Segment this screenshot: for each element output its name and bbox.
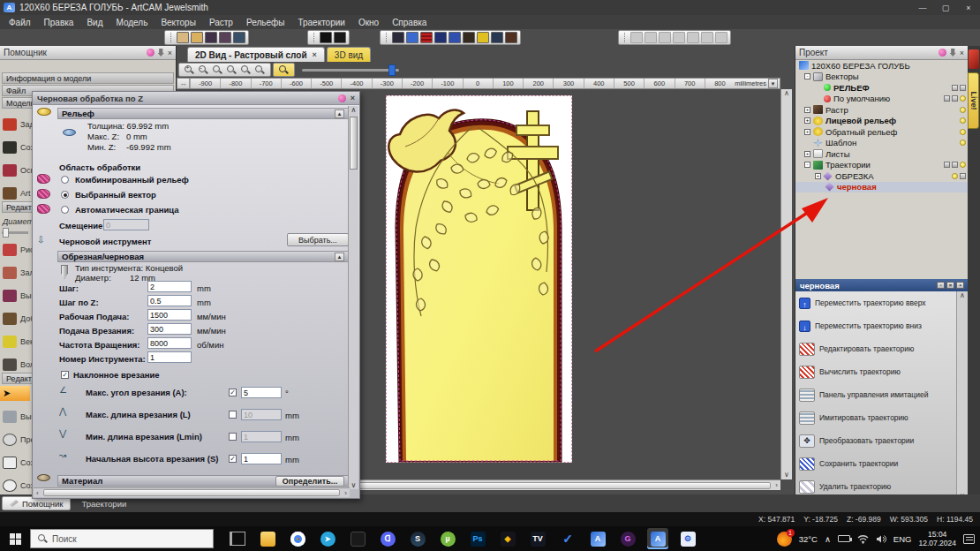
lock-icon[interactable] (944, 95, 950, 102)
taskbar-tradingview[interactable]: TV (527, 528, 548, 549)
tree-sheets[interactable]: + Листы (795, 148, 969, 160)
menu-view[interactable]: Вид (87, 18, 102, 27)
tree-roughing-toolpath-selected[interactable]: черновая (795, 182, 969, 193)
panel-flower-icon[interactable] (147, 49, 155, 57)
radio-selected-vector-label[interactable]: Выбранный вектор (75, 190, 156, 200)
language-indicator[interactable]: ENG (893, 534, 912, 544)
section-model-info[interactable]: Информация о модели (2, 72, 174, 84)
tool-sub-header[interactable]: Обрезная/черновая▲ (57, 251, 349, 262)
cmd-move-toolpath-down[interactable]: ↓ Переместить траекторию вниз (795, 314, 957, 337)
zoom-previous-icon[interactable] (212, 64, 223, 76)
toolbar-icon[interactable] (334, 32, 346, 43)
taskbar-blue-tool-app[interactable]: ⚙ (677, 528, 698, 549)
ramp-minlen-input[interactable] (241, 431, 282, 442)
material-section-header[interactable]: Материал Определить... (57, 475, 349, 487)
menu-raster[interactable]: Растр (209, 18, 233, 27)
bulb-icon[interactable] (960, 129, 966, 135)
tree-raster[interactable]: + Растр (795, 104, 969, 116)
wifi-icon[interactable] (857, 534, 869, 544)
menu-toolpaths[interactable]: Траектории (298, 18, 344, 27)
close-icon[interactable]: × (168, 49, 172, 57)
dialog-close-icon[interactable]: × (351, 94, 355, 102)
tree-default-vector[interactable]: По умолчанию (795, 94, 969, 105)
expand-node-icon[interactable]: + (815, 173, 821, 179)
tray-expand-icon[interactable]: ∧ (825, 534, 831, 544)
menu-file[interactable]: Файл (9, 18, 31, 27)
radio-combined-label[interactable]: Комбинированный рельеф (75, 175, 189, 185)
tab-2d-view[interactable]: 2D Вид - Растровый слой × (187, 47, 325, 62)
taskbar-artcam-active[interactable]: A (647, 528, 668, 549)
edit-icon[interactable] (952, 95, 958, 102)
toolbar-icon[interactable] (449, 32, 461, 43)
diameter-slider[interactable] (2, 231, 28, 234)
weather-fire-icon[interactable]: 1 (777, 532, 792, 547)
zoom-object-icon[interactable] (226, 64, 237, 76)
scroll-right-icon[interactable]: › (773, 481, 780, 489)
tree-front-relief[interactable]: + Лицевой рельеф (795, 116, 969, 127)
toolbar-icon[interactable] (392, 32, 404, 43)
toolbar-icon[interactable] (463, 32, 475, 43)
menu-reliefs[interactable]: Рельефы (246, 18, 284, 27)
start-button[interactable] (0, 526, 30, 551)
zoom-in-icon[interactable]: + (184, 64, 195, 76)
taskbar-search[interactable]: Поиск (30, 529, 214, 548)
pin-icon[interactable] (950, 49, 956, 57)
edit-icon[interactable] (960, 173, 966, 179)
subpanel-restore-icon[interactable]: ▫ (937, 282, 945, 289)
taskbar-explorer[interactable] (257, 528, 278, 549)
scroll-left-icon[interactable]: ‹ (34, 489, 41, 497)
edit-icon[interactable] (944, 162, 950, 168)
expand-node-icon[interactable]: + (804, 107, 810, 113)
ramp-maxlen-input[interactable] (241, 409, 282, 420)
toolbar-icon[interactable] (477, 32, 489, 43)
taskbar-capture-app[interactable] (347, 528, 368, 549)
zoom-slider[interactable] (302, 69, 399, 72)
battery-icon[interactable] (838, 535, 850, 542)
edit-icon[interactable] (960, 85, 966, 91)
live-tab[interactable]: Live! (968, 72, 979, 129)
close-button[interactable]: × (957, 1, 980, 14)
ramp-angle-checkbox[interactable]: ✓ (229, 389, 237, 396)
zoom-slider-handle[interactable] (388, 64, 396, 76)
zoom-fit-icon[interactable] (240, 64, 252, 76)
dialog-horizontal-scrollbar[interactable]: ‹ › (34, 487, 350, 497)
taskbar-binance[interactable]: ◆ (497, 528, 518, 549)
taskbar-artcam[interactable]: A (587, 528, 608, 549)
taskbar-chrome[interactable] (287, 528, 308, 549)
dialog-title-bar[interactable]: Черновая обработка по Z × (33, 92, 359, 105)
ramp-maxlen-checkbox[interactable] (229, 411, 237, 419)
menu-model[interactable]: Модель (116, 18, 147, 27)
zoom-selection-icon[interactable] (254, 64, 266, 76)
bulb-icon[interactable] (952, 173, 958, 179)
toolbar-icon[interactable] (420, 32, 433, 43)
expand-node-icon[interactable]: + (804, 129, 810, 135)
bulb-icon[interactable] (960, 117, 966, 124)
cmd-simulation-control-panel[interactable]: Панель управления имитацией (795, 383, 957, 406)
stepz-input[interactable] (147, 295, 192, 306)
notification-center-icon[interactable] (963, 534, 975, 544)
toolbar-icon[interactable] (219, 32, 231, 43)
feed-input[interactable] (147, 309, 192, 321)
bulb-icon[interactable] (960, 140, 966, 146)
tool-number-input[interactable] (147, 351, 192, 363)
lock-icon[interactable] (952, 85, 958, 91)
dialog-flower-icon[interactable] (338, 94, 346, 102)
select-tool-button[interactable]: Выбрать... (287, 233, 349, 246)
canvas-vertical-scrollbar[interactable]: ∧ ∨ (780, 89, 792, 479)
radio-auto-boundary-label[interactable]: Автоматическая граница (75, 205, 179, 215)
ruler-corner-icon[interactable]: ↔ (177, 78, 190, 88)
bulb-icon[interactable] (960, 95, 966, 102)
cmd-move-toolpath-up[interactable]: ↑ Переместить траекторию вверх (795, 291, 957, 314)
tree-root[interactable]: 120X60 БЕРЕЗА ГОЛУБЬ (795, 60, 969, 72)
collapse-icon[interactable]: ▲ (335, 253, 344, 261)
cmd-edit-toolpath[interactable]: Редактировать траекторию (795, 337, 957, 360)
pan-tool-active[interactable] (273, 63, 295, 77)
collapse-node-icon[interactable]: - (804, 73, 810, 79)
taskbar-steam[interactable]: S (407, 528, 428, 549)
cmd-transform-toolpaths[interactable]: ✥ Преобразовать траектории (795, 429, 957, 452)
subpanel-vertical-scrollbar[interactable]: ∧∨ (956, 291, 968, 500)
subpanel-max-icon[interactable]: ▪ (956, 282, 964, 289)
ramp-minlen-checkbox[interactable] (229, 433, 237, 441)
taskbar-telegram[interactable]: ➤ (317, 528, 338, 549)
toolpath-subpanel-header[interactable]: черновая ▫ × ▪ (795, 279, 969, 291)
